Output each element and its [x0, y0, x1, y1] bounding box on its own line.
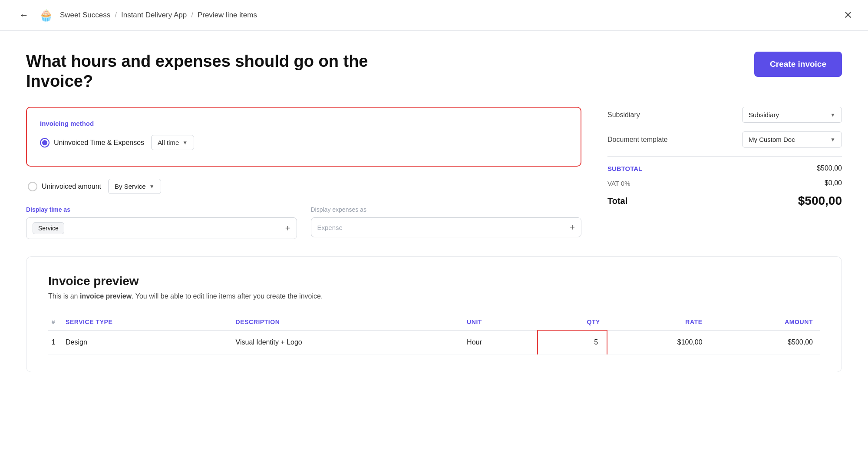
row-qty: 5 — [538, 330, 607, 354]
expense-placeholder: Expense — [317, 224, 343, 231]
divider — [607, 156, 842, 157]
subtotal-label: SUBTOTAL — [607, 165, 642, 172]
subtotal-row: SUBTOTAL $500,00 — [607, 161, 842, 176]
invoicing-method-box: Invoicing method Uninvoiced Time & Expen… — [26, 107, 581, 167]
subsidiary-label: Subsidiary — [607, 111, 640, 119]
content-grid: Invoicing method Uninvoiced Time & Expen… — [26, 107, 842, 239]
breadcrumb: Sweet Success / Instant Delivery App / P… — [60, 11, 257, 20]
col-header-rate: RATE — [607, 314, 710, 330]
subsidiary-row: Subsidiary Subsidiary ▼ — [607, 107, 842, 123]
row-unit: Hour — [467, 330, 538, 354]
main-content: What hours and expenses should go on the… — [0, 31, 868, 390]
radio-option-2-label: Uninvoiced amount — [42, 183, 101, 190]
display-expenses-tags: Expense + — [311, 217, 582, 237]
radio-circle-1 — [40, 138, 50, 148]
vat-row: VAT 0% $0,00 — [607, 176, 842, 190]
chevron-down-icon-2: ▼ — [149, 184, 155, 190]
table-row: 1 Design Visual Identity + Logo Hour 5 $… — [48, 330, 820, 354]
invoicing-method-label: Invoicing method — [40, 120, 568, 127]
byservice-dropdown[interactable]: By Service ▼ — [108, 179, 161, 194]
invoice-table: # SERVICE TYPE DESCRIPTION UNIT QTY RATE… — [48, 314, 820, 354]
preview-subtitle: This is an invoice preview. You will be … — [48, 292, 820, 300]
display-expenses-label: Display expenses as — [311, 206, 582, 213]
breadcrumb-page: Preview line items — [198, 11, 257, 20]
subtitle-part2: . You will be able to edit line items af… — [132, 292, 323, 300]
row-description: Visual Identity + Logo — [236, 330, 467, 354]
page-title: What hours and expenses should go on the… — [26, 52, 382, 91]
radio-row-2: Uninvoiced amount By Service ▼ — [28, 179, 581, 194]
invoice-preview-section: Invoice preview This is an invoice previ… — [26, 256, 842, 372]
document-template-value: My Custom Doc — [749, 136, 795, 143]
add-expense-tag-button[interactable]: + — [570, 223, 575, 233]
breadcrumb-sep-2: / — [191, 11, 193, 20]
display-time-tags: Service + — [26, 217, 297, 239]
row-num: 1 — [48, 330, 66, 354]
col-header-description: DESCRIPTION — [236, 314, 467, 330]
vat-amount: $0,00 — [825, 179, 842, 187]
breadcrumb-app: Instant Delivery App — [121, 11, 187, 20]
subsidiary-value: Subsidiary — [749, 111, 779, 118]
display-section: Display time as Service + Display expens… — [26, 206, 581, 239]
total-label: Total — [607, 196, 627, 206]
chevron-down-icon-4: ▼ — [830, 137, 835, 143]
radio-circle-2 — [28, 182, 37, 191]
left-column: Invoicing method Uninvoiced Time & Expen… — [26, 107, 581, 239]
byservice-value: By Service — [115, 183, 146, 190]
display-time-col: Display time as Service + — [26, 206, 297, 239]
chevron-down-icon: ▼ — [182, 140, 188, 146]
preview-title: Invoice preview — [48, 274, 820, 288]
chevron-down-icon-3: ▼ — [830, 112, 835, 118]
row-service-type: Design — [66, 330, 236, 354]
document-template-label: Document template — [607, 136, 668, 144]
alltime-value: All time — [158, 139, 179, 146]
radio-option-2[interactable]: Uninvoiced amount — [28, 182, 101, 191]
subtitle-part1: This is an — [48, 292, 80, 300]
alltime-dropdown[interactable]: All time ▼ — [151, 135, 194, 150]
create-invoice-button[interactable]: Create invoice — [754, 52, 842, 77]
vat-label: VAT 0% — [607, 180, 630, 187]
radio-option-1[interactable]: Uninvoiced Time & Expenses — [40, 138, 144, 148]
radio-option-1-label: Uninvoiced Time & Expenses — [54, 139, 144, 147]
subtotal-amount: $500,00 — [817, 164, 842, 172]
close-button[interactable]: ✕ — [844, 9, 852, 21]
totals-section: SUBTOTAL $500,00 VAT 0% $0,00 Total $500… — [607, 161, 842, 211]
table-header-row: # SERVICE TYPE DESCRIPTION UNIT QTY RATE… — [48, 314, 820, 330]
radio-row-1: Uninvoiced Time & Expenses All time ▼ — [40, 135, 568, 150]
breadcrumb-company: Sweet Success — [60, 11, 110, 20]
add-time-tag-button[interactable]: + — [285, 223, 290, 233]
col-header-unit: UNIT — [467, 314, 538, 330]
display-expenses-col: Display expenses as Expense + — [311, 206, 582, 239]
document-template-dropdown[interactable]: My Custom Doc ▼ — [742, 131, 842, 148]
display-time-label: Display time as — [26, 206, 297, 213]
document-template-row: Document template My Custom Doc ▼ — [607, 131, 842, 148]
col-header-num: # — [48, 314, 66, 330]
app-icon: 🧁 — [39, 9, 53, 22]
right-column: Subsidiary Subsidiary ▼ Document templat… — [607, 107, 842, 239]
row-rate: $100,00 — [607, 330, 710, 354]
subtitle-bold: invoice preview — [80, 292, 132, 300]
breadcrumb-sep-1: / — [115, 11, 117, 20]
back-button[interactable]: ← — [16, 8, 32, 23]
total-row: Total $500,00 — [607, 190, 842, 211]
top-row: What hours and expenses should go on the… — [26, 52, 842, 91]
col-header-service-type: SERVICE TYPE — [66, 314, 236, 330]
col-header-amount: AMOUNT — [710, 314, 820, 330]
row-amount: $500,00 — [710, 330, 820, 354]
service-tag[interactable]: Service — [33, 222, 64, 234]
col-header-qty: QTY — [538, 314, 607, 330]
subsidiary-dropdown[interactable]: Subsidiary ▼ — [742, 107, 842, 123]
total-amount: $500,00 — [798, 194, 842, 208]
header: ← 🧁 Sweet Success / Instant Delivery App… — [0, 0, 868, 31]
